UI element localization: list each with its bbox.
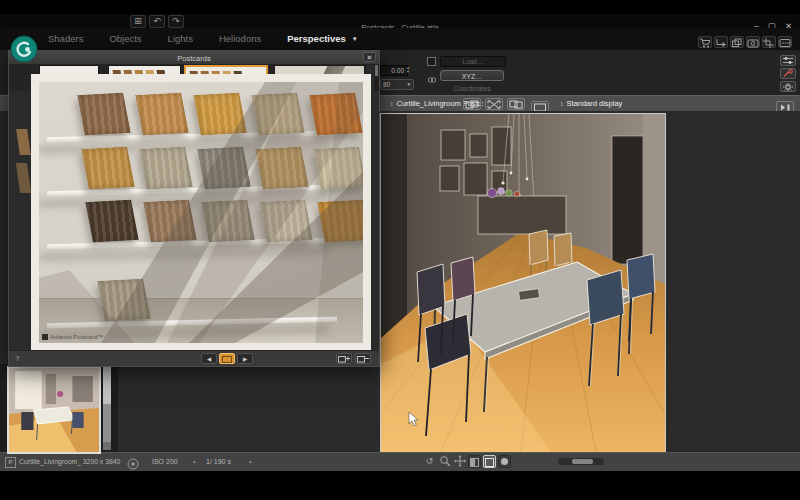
navigation-tools: ↺ xyxy=(423,455,511,468)
postcards-footer: ? ◀ ▶ xyxy=(9,350,379,366)
wood-swatch xyxy=(85,200,138,242)
strip-scrollbar[interactable] xyxy=(374,64,379,91)
postcard-preview: Artlantis Postcard™ xyxy=(31,74,371,351)
add-postcard-icon[interactable] xyxy=(336,353,352,364)
progress-slider[interactable] xyxy=(558,458,604,465)
wood-swatch xyxy=(197,147,250,189)
perspective-thumbnail[interactable] xyxy=(7,366,101,454)
move-icon[interactable] xyxy=(714,36,728,48)
render-tool-icon[interactable] xyxy=(780,68,796,79)
wood-swatch xyxy=(135,93,188,135)
watermark: Artlantis Postcard™ xyxy=(42,334,103,340)
wood-swatch xyxy=(77,93,130,135)
xyz-button[interactable]: XYZ… xyxy=(440,70,504,81)
perspectives-list-panel xyxy=(0,364,118,452)
wood-swatch xyxy=(81,147,134,189)
menu-shaders[interactable]: Shaders xyxy=(48,33,83,44)
next-postcard-button[interactable]: ▶ xyxy=(237,353,253,364)
orbit-icon[interactable]: ↺ xyxy=(423,455,436,468)
artlantis-logo-icon xyxy=(10,35,38,63)
dual-frame-alt-icon[interactable] xyxy=(507,98,525,110)
zoom-icon[interactable] xyxy=(438,455,451,468)
postcards-close-button[interactable]: ✕ xyxy=(363,52,376,62)
display-mode-selector[interactable]: ↕ Standard display xyxy=(560,99,622,108)
wood-swatch xyxy=(139,147,192,189)
menu-objects[interactable]: Objects xyxy=(109,33,141,44)
remove-postcard-icon[interactable] xyxy=(355,353,371,364)
render-settings-gear-icon[interactable] xyxy=(127,456,139,474)
display-half-icon[interactable] xyxy=(468,455,481,468)
wood-swatch xyxy=(251,93,304,135)
stepper-down-icon[interactable]: ▼ xyxy=(406,70,410,74)
inspector-side-buttons xyxy=(780,55,796,92)
menu-lights[interactable]: Lights xyxy=(168,33,193,44)
postcard-view-buttons xyxy=(463,98,525,110)
camera-icon[interactable] xyxy=(746,36,760,48)
wood-swatch xyxy=(97,279,150,321)
name-checkbox[interactable] xyxy=(427,57,436,66)
updown-caret-icon: ↕ xyxy=(390,100,394,107)
display-frame-icon[interactable] xyxy=(483,455,496,468)
iso-value[interactable]: ISO 200 xyxy=(152,458,178,465)
wood-swatch xyxy=(143,200,196,242)
iso-stepper-icon[interactable]: ▴ xyxy=(193,458,196,464)
dual-frame-icon[interactable] xyxy=(463,98,481,110)
postcard-navigation: ◀ ▶ xyxy=(201,353,253,364)
menubar: ShadersObjectsLightsHeliodonsPerspective… xyxy=(0,28,800,50)
postcards-titlebar[interactable]: Postcards ✕ xyxy=(9,51,379,65)
value-stepper[interactable]: ▲ ▼ xyxy=(406,66,410,74)
titlebar: ⊞↶↷ Postcards - Curtille.atla – ▢ ✕ xyxy=(0,14,800,28)
coordinates-label: Coordinates xyxy=(440,85,504,92)
status-bar: P Curtille_Livingroom_ 3200 x 3840 ISO 2… xyxy=(0,452,800,471)
postcard-size-buttons xyxy=(336,353,371,364)
postcards-title: Postcards xyxy=(9,54,379,63)
postcards-window: Postcards ✕ Artlantis Post xyxy=(8,50,380,367)
postcard-fragment xyxy=(16,163,31,193)
value-field[interactable]: 0.00 xyxy=(380,65,408,76)
wood-swatch xyxy=(255,147,308,189)
focal-dropdown[interactable]: 80 ▼ xyxy=(380,79,414,90)
3d-preview-render[interactable] xyxy=(380,113,666,453)
pan-icon[interactable] xyxy=(453,455,466,468)
wood-swatch xyxy=(313,147,363,189)
chevron-down-icon: ▼ xyxy=(352,36,358,42)
shutter-value[interactable]: 1/ 190 s xyxy=(206,458,231,465)
screen: ⊞↶↷ Postcards - Curtille.atla – ▢ ✕ Shad… xyxy=(0,0,800,500)
cart-icon[interactable] xyxy=(698,36,712,48)
watermark-logo-icon xyxy=(42,334,48,340)
main-menu: ShadersObjectsLightsHeliodonsPerspective… xyxy=(48,33,358,44)
link-icon xyxy=(427,71,437,89)
wood-swatch xyxy=(259,200,312,242)
wood-swatch xyxy=(193,93,246,135)
crop-icon[interactable] xyxy=(762,36,776,48)
top-tools xyxy=(698,36,792,48)
postcard-fragment xyxy=(16,129,31,155)
perspective-caption: Curtille_Livingroom_ 3200 x 3840 xyxy=(19,458,120,465)
shutter-stepper-icon[interactable]: ▴ xyxy=(249,458,252,464)
menu-perspectives[interactable]: Perspectives▼ xyxy=(287,33,358,44)
more-icon[interactable] xyxy=(778,36,792,48)
current-postcard-button[interactable] xyxy=(219,353,235,364)
display-sphere-icon[interactable] xyxy=(498,455,511,468)
expand-arrows-icon[interactable] xyxy=(485,98,503,110)
updown-caret-icon: ↕ xyxy=(560,100,564,107)
perspectives-scrollbar[interactable] xyxy=(103,366,111,450)
dial-settings-icon[interactable] xyxy=(780,55,796,66)
name-field[interactable]: Load… xyxy=(440,56,506,67)
wood-swatch xyxy=(317,200,363,242)
chevron-down-icon: ▼ xyxy=(407,82,411,87)
duplicate-icon[interactable] xyxy=(730,36,744,48)
postcard-image: Artlantis Postcard™ xyxy=(39,82,363,343)
menu-heliodons[interactable]: Heliodons xyxy=(219,33,261,44)
help-icon[interactable]: ? xyxy=(15,354,19,363)
gear-icon[interactable] xyxy=(780,81,796,92)
wood-swatch xyxy=(309,93,362,135)
prev-postcard-button[interactable]: ◀ xyxy=(201,353,217,364)
wood-swatch xyxy=(201,200,254,242)
perspective-type-badge: P xyxy=(5,457,16,468)
